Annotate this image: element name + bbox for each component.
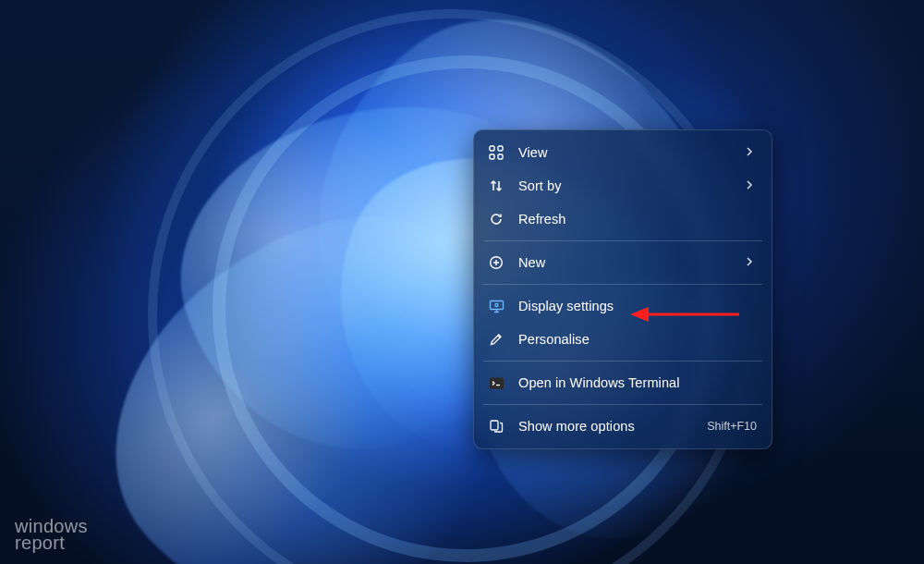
menu-item-label: New	[518, 255, 731, 270]
svg-point-6	[494, 303, 497, 306]
svg-rect-5	[490, 300, 503, 309]
svg-rect-3	[498, 154, 503, 159]
svg-rect-2	[490, 154, 494, 159]
desktop-context-menu: View Sort by Refresh	[473, 129, 772, 449]
menu-item-label: Personalise	[518, 332, 757, 347]
desktop-wallpaper	[0, 0, 924, 564]
menu-separator	[483, 284, 762, 285]
menu-item-label: Open in Windows Terminal	[518, 375, 757, 390]
menu-separator	[483, 404, 762, 405]
menu-item-new[interactable]: New	[480, 246, 766, 279]
chevron-right-icon	[744, 256, 757, 269]
new-plus-icon	[487, 253, 505, 272]
menu-item-label: Show more options	[518, 419, 687, 434]
chevron-right-icon	[744, 146, 757, 159]
watermark-line2: report	[15, 534, 88, 551]
view-grid-icon	[487, 143, 505, 162]
menu-item-view[interactable]: View	[480, 136, 766, 169]
svg-rect-1	[498, 146, 503, 151]
menu-item-shortcut: Shift+F10	[707, 420, 757, 433]
menu-item-label: Display settings	[518, 299, 757, 313]
watermark: windows report	[15, 518, 88, 551]
menu-item-label: View	[518, 145, 731, 160]
display-settings-icon	[487, 297, 505, 315]
menu-item-open-terminal[interactable]: Open in Windows Terminal	[480, 366, 766, 399]
show-more-icon	[487, 417, 505, 435]
menu-separator	[483, 361, 762, 362]
chevron-right-icon	[744, 179, 757, 192]
menu-item-refresh[interactable]: Refresh	[480, 202, 766, 236]
svg-rect-8	[491, 421, 498, 430]
refresh-icon	[487, 210, 505, 228]
personalise-pencil-icon	[487, 330, 505, 349]
menu-separator	[483, 240, 762, 241]
menu-item-display-settings[interactable]: Display settings	[480, 289, 766, 323]
sort-icon	[487, 177, 505, 195]
menu-item-sort-by[interactable]: Sort by	[480, 169, 766, 202]
menu-item-personalise[interactable]: Personalise	[480, 323, 766, 356]
menu-item-label: Sort by	[518, 178, 731, 193]
menu-item-label: Refresh	[518, 212, 757, 227]
terminal-icon	[487, 374, 505, 392]
svg-rect-0	[490, 146, 494, 151]
svg-rect-7	[490, 377, 504, 388]
menu-item-show-more-options[interactable]: Show more options Shift+F10	[480, 410, 766, 443]
